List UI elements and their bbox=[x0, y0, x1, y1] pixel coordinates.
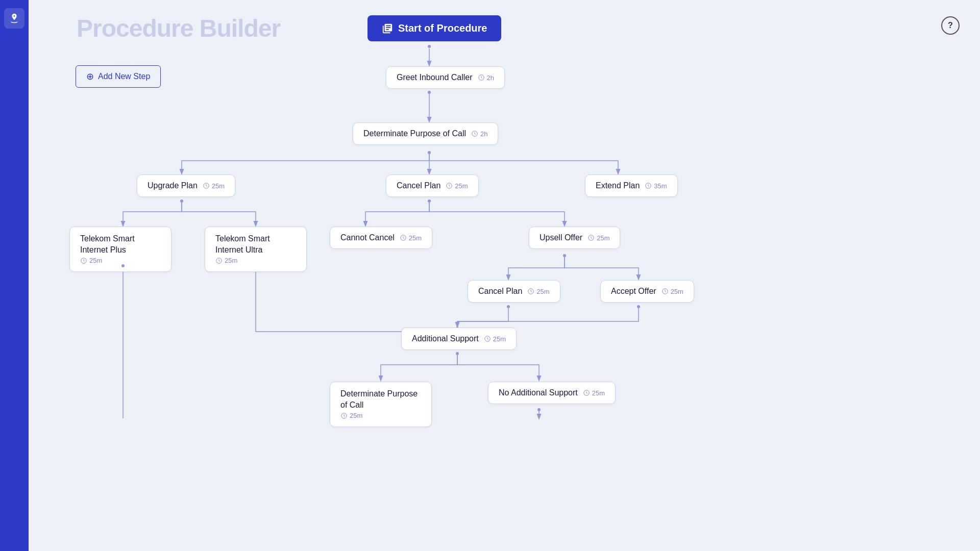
cancel-label: Cancel Plan bbox=[397, 181, 440, 190]
telekom-ultra-node[interactable]: Telekom Smart Internet Ultra 25m bbox=[205, 227, 307, 272]
flow-diagram: Greet Inbound Caller 2h Determinate Purp… bbox=[29, 0, 980, 551]
greet-label: Greet Inbound Caller bbox=[397, 73, 473, 82]
upsell-time: 25m bbox=[587, 234, 609, 242]
start-dot bbox=[428, 45, 431, 48]
accept-offer-label: Accept Offer bbox=[611, 287, 656, 296]
determinate2-time: 25m bbox=[340, 411, 421, 420]
telekom-plus-node[interactable]: Telekom Smart Internet Plus 25m bbox=[69, 227, 172, 272]
sidebar-main-icon[interactable] bbox=[4, 8, 24, 29]
accept-offer-time: 25m bbox=[662, 288, 683, 295]
cancel-dot bbox=[428, 199, 431, 203]
acceptoffer-dot bbox=[637, 305, 640, 308]
cancel-plan2-node[interactable]: Cancel Plan 25m bbox=[468, 280, 560, 303]
cancel-time: 25m bbox=[446, 182, 468, 190]
no-additional-node[interactable]: No Additional Support 25m bbox=[488, 382, 616, 404]
cancelplan2-dot bbox=[507, 305, 510, 308]
greet-node[interactable]: Greet Inbound Caller 2h bbox=[386, 66, 505, 89]
cancel-plan2-time: 25m bbox=[527, 288, 549, 295]
telekomplplus-dot bbox=[121, 264, 125, 267]
upsell-label: Upsell Offer bbox=[540, 233, 582, 242]
extend-time: 35m bbox=[645, 182, 667, 190]
telekom-ultra-time: 25m bbox=[215, 256, 296, 265]
extend-node[interactable]: Extend Plan 35m bbox=[585, 174, 678, 197]
determinate2-node[interactable]: Determinate Purpose of Call 25m bbox=[330, 382, 432, 427]
determinate1-node[interactable]: Determinate Purpose of Call 2h bbox=[353, 122, 498, 145]
determinate1-label: Determinate Purpose of Call bbox=[363, 129, 466, 138]
upgrade-label: Upgrade Plan bbox=[148, 181, 198, 190]
additional-time: 25m bbox=[484, 335, 506, 343]
accept-offer-node[interactable]: Accept Offer 25m bbox=[600, 280, 694, 303]
upgrade-dot bbox=[180, 199, 183, 203]
upgrade-time: 25m bbox=[203, 182, 225, 190]
greet-time: 2h bbox=[478, 74, 494, 82]
sidebar bbox=[0, 0, 29, 551]
extend-label: Extend Plan bbox=[596, 181, 640, 190]
noadditional-dot bbox=[537, 408, 541, 411]
upsell-dot bbox=[563, 254, 566, 257]
telekom-ultra-label: Telekom Smart Internet Ultra bbox=[215, 233, 296, 256]
greet-dot bbox=[428, 91, 431, 94]
no-additional-time: 25m bbox=[583, 389, 605, 397]
telekom-plus-time: 25m bbox=[80, 256, 161, 265]
upgrade-node[interactable]: Upgrade Plan 25m bbox=[137, 174, 235, 197]
det1-dot bbox=[428, 151, 431, 154]
additional-label: Additional Support bbox=[412, 334, 479, 343]
upsell-node[interactable]: Upsell Offer 25m bbox=[529, 227, 620, 249]
no-additional-label: No Additional Support bbox=[499, 388, 578, 397]
determinate1-time: 2h bbox=[471, 130, 487, 138]
additional-node[interactable]: Additional Support 25m bbox=[401, 328, 517, 350]
determinate2-label: Determinate Purpose of Call bbox=[340, 388, 421, 411]
cannot-cancel-label: Cannot Cancel bbox=[340, 233, 395, 242]
cancel-plan2-label: Cancel Plan bbox=[478, 287, 522, 296]
additional-dot bbox=[456, 352, 459, 355]
telekom-plus-label: Telekom Smart Internet Plus bbox=[80, 233, 161, 256]
cancel-node[interactable]: Cancel Plan 25m bbox=[386, 174, 479, 197]
cannot-cancel-node[interactable]: Cannot Cancel 25m bbox=[330, 227, 432, 249]
cannot-cancel-time: 25m bbox=[400, 234, 422, 242]
